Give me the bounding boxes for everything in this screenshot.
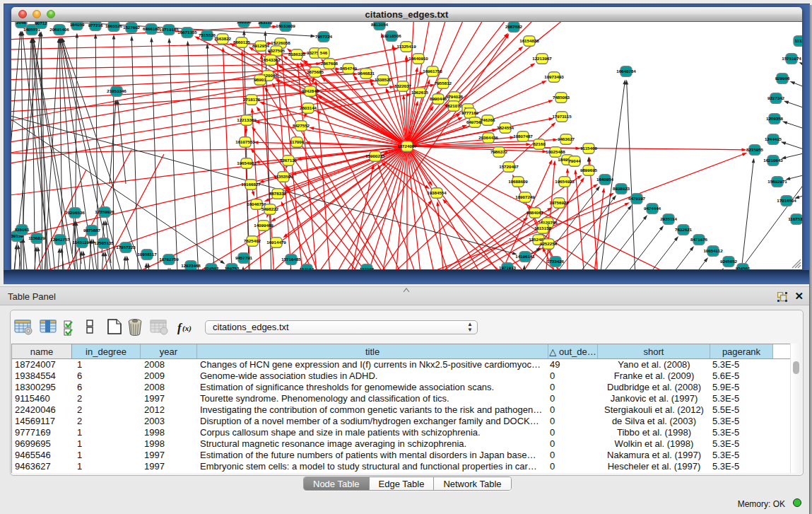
svg-text:16210643: 16210643 <box>763 158 783 163</box>
svg-text:9884067: 9884067 <box>526 210 544 215</box>
svg-text:924501: 924501 <box>736 266 751 269</box>
svg-text:1733426: 1733426 <box>547 259 565 264</box>
svg-text:21053346: 21053346 <box>107 88 126 93</box>
svg-text:5498222: 5498222 <box>261 206 279 211</box>
svg-text:9457791: 9457791 <box>235 255 253 260</box>
svg-text:16046756: 16046756 <box>247 201 266 206</box>
svg-text:14196141: 14196141 <box>515 254 535 259</box>
svg-text:10973493: 10973493 <box>544 74 564 79</box>
svg-text:17957223: 17957223 <box>116 245 136 250</box>
svg-text:15692971: 15692971 <box>767 179 787 184</box>
svg-text:2935114: 2935114 <box>660 216 677 221</box>
svg-text:1244415: 1244415 <box>765 136 782 141</box>
svg-text:19384554: 19384554 <box>427 190 447 195</box>
svg-text:9227342: 9227342 <box>767 95 785 100</box>
svg-text:9646821: 9646821 <box>358 71 375 76</box>
svg-text:12923468: 12923468 <box>181 263 201 268</box>
svg-text:15720407: 15720407 <box>499 164 519 169</box>
svg-text:15900215: 15900215 <box>365 153 385 158</box>
svg-text:8215955: 8215955 <box>746 147 764 152</box>
svg-text:8186323: 8186323 <box>288 52 306 57</box>
svg-text:10654112: 10654112 <box>703 248 723 253</box>
svg-text:8454749: 8454749 <box>340 66 358 71</box>
svg-text:20206536: 20206536 <box>65 210 85 215</box>
svg-text:1209358: 1209358 <box>766 116 784 121</box>
svg-text:7485063: 7485063 <box>553 95 570 100</box>
svg-text:9252254: 9252254 <box>540 241 558 246</box>
svg-text:546: 546 <box>320 50 328 55</box>
svg-text:10958117: 10958117 <box>137 252 157 257</box>
svg-text:10025488: 10025488 <box>546 149 565 154</box>
svg-text:17016504: 17016504 <box>777 198 796 203</box>
svg-text:7515526: 7515526 <box>199 33 216 37</box>
svg-text:16648784: 16648784 <box>616 69 636 74</box>
svg-text:90712: 90712 <box>35 22 47 25</box>
svg-text:9899695: 9899695 <box>580 168 598 173</box>
svg-text:19654983: 19654983 <box>237 160 257 165</box>
svg-text:11451194: 11451194 <box>73 240 92 245</box>
svg-text:14099469: 14099469 <box>254 223 273 228</box>
svg-text:8660125: 8660125 <box>233 40 251 45</box>
svg-text:15716485: 15716485 <box>281 257 301 262</box>
svg-text:19218506: 19218506 <box>382 33 401 38</box>
svg-text:7957224: 7957224 <box>315 34 333 39</box>
svg-text:19654923: 19654923 <box>555 179 575 184</box>
svg-text:7986372: 7986372 <box>490 149 508 154</box>
svg-text:1167533: 1167533 <box>788 216 802 221</box>
svg-text:8813054: 8813054 <box>371 22 389 27</box>
svg-text:3675685: 3675685 <box>307 69 324 74</box>
svg-text:10719185: 10719185 <box>159 27 179 32</box>
svg-text:12213967: 12213967 <box>532 56 552 61</box>
svg-text:2718176: 2718176 <box>243 97 261 102</box>
svg-text:98901: 98901 <box>254 77 266 82</box>
svg-text:117004: 117004 <box>290 139 305 144</box>
svg-text:2087682: 2087682 <box>505 24 523 29</box>
svg-text:929966: 929966 <box>775 76 790 81</box>
svg-text:7625402: 7625402 <box>244 238 261 243</box>
svg-text:12213369: 12213369 <box>237 117 257 122</box>
svg-text:977216: 977216 <box>88 23 103 28</box>
svg-text:16033809: 16033809 <box>276 23 295 28</box>
svg-text:6479197: 6479197 <box>628 196 646 201</box>
svg-text:79044: 79044 <box>568 158 581 163</box>
svg-text:1640954: 1640954 <box>596 177 614 182</box>
svg-text:2603144: 2603144 <box>300 105 317 110</box>
svg-text:1362615: 1362615 <box>411 90 429 95</box>
svg-text:8471676: 8471676 <box>690 237 708 242</box>
svg-text:6794028: 6794028 <box>446 94 464 99</box>
svg-text:19756928: 19756928 <box>549 200 569 205</box>
svg-text:(x): (x) <box>182 324 192 333</box>
svg-text:2867608: 2867608 <box>321 61 339 66</box>
svg-text:7955812: 7955812 <box>435 81 452 86</box>
svg-text:8990448: 8990448 <box>430 96 447 101</box>
svg-text:6466160: 6466160 <box>143 26 160 31</box>
svg-text:11325419: 11325419 <box>396 44 416 49</box>
svg-text:746266: 746266 <box>481 117 495 122</box>
svg-text:16154838: 16154838 <box>519 38 539 43</box>
svg-text:9115460: 9115460 <box>580 146 597 151</box>
svg-text:1971913: 1971913 <box>499 265 517 269</box>
svg-text:15226058: 15226058 <box>271 40 290 45</box>
svg-text:62160: 62160 <box>533 141 546 146</box>
svg-text:163110: 163110 <box>258 22 273 25</box>
svg-text:16543362: 16543362 <box>261 57 281 62</box>
svg-text:18907249: 18907249 <box>515 194 535 199</box>
svg-text:117164: 117164 <box>300 267 314 269</box>
svg-text:160338: 160338 <box>237 22 252 24</box>
svg-text:2046: 2046 <box>16 22 26 25</box>
svg-text:18724007: 18724007 <box>397 144 417 148</box>
svg-text:15751074: 15751074 <box>782 56 801 61</box>
svg-text:11353594: 11353594 <box>273 174 293 179</box>
svg-text:835061: 835061 <box>15 227 30 232</box>
svg-text:20691406: 20691406 <box>49 27 69 32</box>
svg-text:8938923: 8938923 <box>613 186 630 191</box>
svg-text:8322037: 8322037 <box>394 83 412 88</box>
svg-text:109753: 109753 <box>225 266 240 269</box>
svg-text:1615152: 1615152 <box>534 226 552 230</box>
svg-text:3824554: 3824554 <box>497 125 514 130</box>
svg-text:12505135: 12505135 <box>94 240 114 245</box>
svg-text:9777169: 9777169 <box>461 110 479 115</box>
svg-text:1112: 1112 <box>794 38 802 43</box>
svg-text:7632621: 7632621 <box>675 227 693 232</box>
svg-text:9245652: 9245652 <box>720 259 738 264</box>
